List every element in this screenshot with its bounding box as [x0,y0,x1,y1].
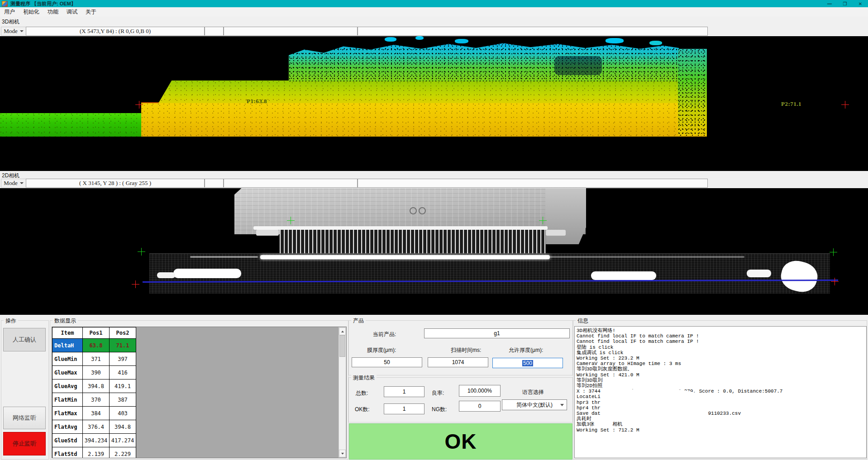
table-row[interactable]: FlatAvg376.4394.8 [52,420,136,434]
cell-pos1: 370 [83,393,110,407]
cell-pos1: 394.234 [83,434,110,447]
product-group-label: 产品 [351,317,366,325]
base-highlight-strip [260,255,550,259]
table-row[interactable]: FlatMax384403 [52,407,136,420]
cell-item: FlatAvg [52,420,83,434]
camera2d-viewport[interactable] [0,188,868,315]
window-controls: — ❐ ✕ [822,0,868,7]
ng-count-label: NG数: [432,406,447,413]
redaction-blob [632,417,768,427]
allow-thickness-input[interactable]: 500 [492,358,563,368]
menu-item[interactable]: 关于 [86,8,96,16]
redaction-blob [601,389,708,417]
camera3d-viewport[interactable]: P1:63.8 P2:71.1 [0,36,868,171]
glue-blob-white [157,272,175,278]
camera3d-status-segment [358,27,708,36]
menu-item[interactable]: 功能 [48,8,58,16]
log-line: 3D相机没有网络! [577,328,864,333]
camera3d-status-segment [205,27,224,36]
cell-pos2: 397 [110,352,136,366]
mode-button-label: Mode [4,180,17,187]
network-listen-button[interactable]: 网络监听 [3,407,46,429]
table-row[interactable]: GlueMax390416 [52,366,136,379]
alignment-cross-green [830,248,837,256]
log-line: Cannot find local IF to match camera IP … [577,333,864,339]
menu-item[interactable]: 用户 [4,8,15,16]
camera3d-mode-bar: Mode (X 5473,Y 84) : (R 0,G 0,B 0) [0,26,868,36]
cell-pos1: 63.8 [83,339,110,352]
glue-blob-white [173,269,241,278]
manual-confirm-button[interactable]: 人工确认 [3,328,46,351]
current-product-input[interactable] [424,328,570,338]
stop-listen-button[interactable]: 停止监听 [3,432,46,455]
table-row[interactable]: GlueMin371397 [52,352,136,366]
camera2d-coords-status: ( X 3145, Y 28 ) : ( Gray 255 ) [26,179,205,188]
p1-measure-label: P1:63.8 [247,98,267,105]
base-highlight-strip [550,256,744,258]
total-label: 总数: [356,389,368,397]
cell-item: FlatMax [52,407,83,420]
data-table: Item Pos1 Pos2 DeltaH63.871.1GlueMin3713… [52,327,136,458]
cross-line [141,248,142,256]
table-row[interactable]: GlueAvg394.8419.1 [52,379,136,393]
maximize-icon[interactable]: ❐ [837,0,853,7]
camera3d-section-label: 3D相机 [2,18,19,26]
cross-line [830,252,837,253]
log-line: Working Set : 223.2 M [577,356,864,361]
column-pos2[interactable]: Pos2 [110,327,136,339]
menu-item[interactable]: 调试 [67,8,77,16]
pointcloud-right-column [678,49,707,136]
pointcloud-cyan-speck [415,36,424,40]
connector-side-tab [256,230,279,236]
log-line: 登陆 is click [577,345,864,350]
table-row[interactable]: GlueStd394.234417.274 [52,434,136,447]
column-pos1[interactable]: Pos1 [83,327,110,339]
current-product-label: 当前产品: [373,331,396,338]
ng-count-box: 0 [459,401,501,412]
cell-pos1: 376.4 [83,420,110,434]
table-row[interactable]: FlatStd2.1392.229 [52,447,136,459]
alignment-cross-green [138,248,145,256]
cell-pos2: 71.1 [110,339,136,352]
application-window: 测量程序 【当前用户: OEM】 — ❐ ✕ 用户初始化功能调试关于 3D相机 … [0,0,868,460]
data-table-body: DeltaH63.871.1GlueMin371397GlueMax390416… [52,339,136,459]
yield-label: 良率: [432,389,444,397]
camera2d-mode-button[interactable]: Mode [1,179,26,188]
camera3d-coords-status: (X 5473,Y 84) : (R 0,G 0,B 0) [26,27,205,36]
camera3d-status-segment [224,27,358,36]
language-select[interactable]: 简体中文(默认) [502,399,567,410]
log-line: 集成调试 is click [577,350,864,356]
pcb-right-extension [545,188,586,244]
connector-side-tab [546,230,566,236]
app-icon [2,1,8,7]
operation-group: 操作 人工确认 网络监听 停止监听 [1,320,49,460]
result-group: 测量结果 总数: 1 良率: 100.000% OK数: 1 NG数: 0 语言… [348,377,573,422]
cross-line [132,284,139,285]
scroll-up-icon[interactable] [339,327,346,335]
data-table-scrollbar[interactable] [339,327,346,458]
cross-line [841,104,849,105]
table-row[interactable]: DeltaH63.871.1 [52,339,136,352]
scrollbar-thumb[interactable] [339,335,345,357]
log-line: Cannot find local IF to match camera IP … [577,339,864,344]
pcb-fiducial-ring [419,207,426,214]
menu-bar: 用户初始化功能调试关于 [0,7,868,16]
pointcloud-cyan-speck [385,37,396,42]
cell-pos1: 2.139 [83,447,110,459]
triangle-up [341,331,344,332]
close-icon[interactable]: ✕ [853,0,868,7]
menu-item[interactable]: 初始化 [23,8,39,16]
table-row[interactable]: FlatMin370387 [52,393,136,407]
cell-pos2: 416 [110,366,136,379]
camera2d-status-segment [358,179,708,188]
scan-time-input[interactable] [428,357,488,367]
minimize-icon[interactable]: — [822,0,837,7]
data-display-group-label: 数据显示 [52,317,78,325]
scroll-down-icon[interactable] [339,450,346,457]
chevron-down-icon [20,182,24,184]
log-line: 等到2D拍照 [577,383,864,389]
film-thickness-input[interactable] [352,357,422,367]
camera3d-mode-button[interactable]: Mode [1,27,26,36]
column-item[interactable]: Item [52,327,83,339]
cell-pos2: 394.8 [110,420,136,434]
